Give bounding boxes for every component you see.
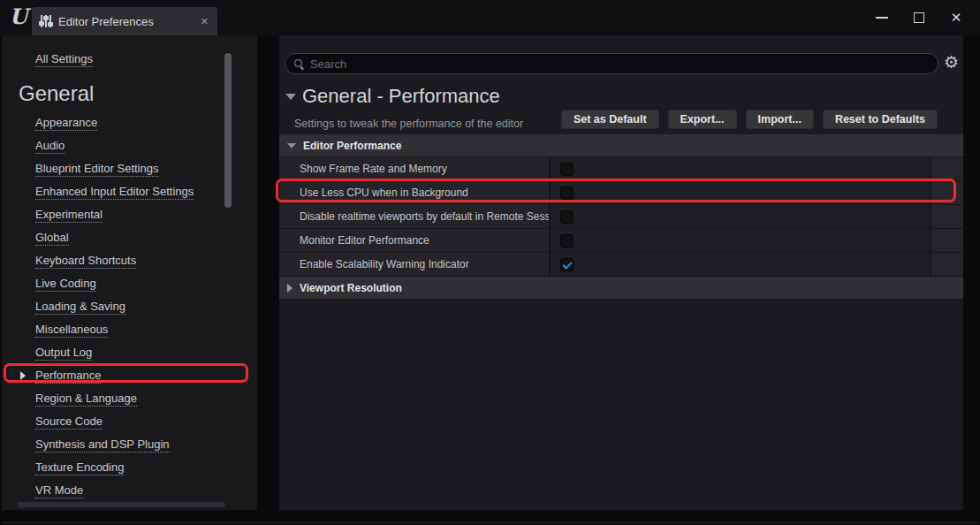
- sidebar-item-experimental[interactable]: Experimental: [2, 203, 234, 226]
- search-bar[interactable]: [285, 53, 938, 74]
- tab-label: Editor Preferences: [58, 15, 154, 28]
- setting-row-monitor-editor-performance: Monitor Editor Performance: [279, 229, 963, 253]
- sidebar-category-general: General: [19, 81, 94, 106]
- sidebar-item-live-coding[interactable]: Live Coding: [2, 272, 234, 295]
- sidebar-item-all-settings[interactable]: All Settings: [35, 52, 93, 67]
- tab-editor-preferences[interactable]: Editor Preferences: [32, 7, 217, 35]
- sidebar-item-region-language[interactable]: Region & Language: [2, 387, 234, 410]
- maximize-button[interactable]: [900, 0, 938, 35]
- search-input[interactable]: [310, 57, 929, 71]
- checkbox-use-less-cpu[interactable]: [560, 186, 574, 200]
- page-header: General - Performance: [285, 85, 500, 108]
- unreal-logo-icon: U: [6, 4, 31, 29]
- search-icon: [294, 59, 304, 69]
- sidebar-item-source-code[interactable]: Source Code: [2, 410, 234, 433]
- sidebar-horizontal-scrollbar[interactable]: [18, 502, 225, 507]
- reset-to-defaults-button[interactable]: Reset to Defaults: [823, 110, 938, 129]
- minimize-icon: [876, 17, 888, 19]
- toolbar: Set as Default Export... Import... Reset…: [561, 110, 938, 129]
- sliders-icon: [41, 15, 51, 27]
- sidebar-item-list: Appearance Audio Blueprint Editor Settin…: [2, 111, 234, 502]
- sidebar-item-audio[interactable]: Audio: [2, 134, 234, 157]
- close-button[interactable]: [938, 0, 975, 35]
- sidebar-item-blueprint-editor-settings[interactable]: Blueprint Editor Settings: [2, 157, 234, 180]
- page-title: General - Performance: [302, 85, 500, 108]
- setting-row-enable-scalability-warning: Enable Scalability Warning Indicator: [279, 253, 963, 277]
- sidebar-item-miscellaneous[interactable]: Miscellaneous: [2, 318, 234, 341]
- settings-gear-icon[interactable]: ⚙: [944, 51, 959, 74]
- setting-row-disable-realtime-viewports: Disable realtime viewports by default in…: [279, 205, 963, 229]
- sidebar-item-keyboard-shortcuts[interactable]: Keyboard Shortcuts: [2, 249, 234, 272]
- sidebar-item-performance[interactable]: Performance: [2, 364, 234, 387]
- page-subtitle: Settings to tweak the performance of the…: [294, 118, 523, 130]
- close-icon: [951, 10, 962, 26]
- settings-main-panel: ⚙ General - Performance Settings to twea…: [279, 35, 963, 510]
- checkbox-show-frame-rate[interactable]: [560, 163, 574, 176]
- page-collapse-icon[interactable]: [285, 94, 296, 100]
- sidebar-item-appearance[interactable]: Appearance: [2, 111, 234, 134]
- checkbox-enable-scalability-warning[interactable]: [560, 258, 574, 271]
- setting-row-use-less-cpu: Use Less CPU when in Background: [279, 181, 963, 205]
- section-expanded-icon: [287, 143, 296, 148]
- section-header-editor-performance[interactable]: Editor Performance: [279, 134, 963, 157]
- export-button[interactable]: Export...: [668, 110, 737, 129]
- sidebar-vertical-scrollbar[interactable]: [224, 53, 232, 208]
- setting-row-show-frame-rate: Show Frame Rate and Memory: [279, 157, 963, 181]
- sidebar-item-loading-saving[interactable]: Loading & Saving: [2, 295, 234, 318]
- settings-table: Editor Performance Show Frame Rate and M…: [279, 134, 963, 300]
- sidebar-item-enhanced-input-editor-settings[interactable]: Enhanced Input Editor Settings: [2, 180, 234, 203]
- title-bar: U Editor Preferences: [0, 0, 980, 35]
- minimize-button[interactable]: [863, 0, 900, 35]
- selected-item-arrow-icon: [20, 371, 26, 380]
- checkbox-disable-realtime-viewports[interactable]: [560, 210, 574, 224]
- sidebar-item-vr-mode[interactable]: VR Mode: [2, 479, 234, 502]
- section-header-viewport-resolution[interactable]: Viewport Resolution: [279, 277, 963, 300]
- sidebar-item-synthesis-dsp-plugin[interactable]: Synthesis and DSP Plugin: [2, 433, 234, 456]
- settings-sidebar: All Settings General Appearance Audio Bl…: [2, 35, 257, 510]
- import-button[interactable]: Import...: [746, 110, 814, 129]
- section-collapsed-icon: [287, 284, 292, 293]
- window-bottom-border: [2, 522, 978, 523]
- editor-preferences-window: U Editor Preferences All Settings Genera…: [0, 0, 980, 525]
- checkbox-monitor-editor-performance[interactable]: [560, 234, 574, 247]
- window-controls: [863, 0, 975, 35]
- sidebar-item-global[interactable]: Global: [2, 226, 234, 249]
- set-as-default-button[interactable]: Set as Default: [561, 110, 659, 129]
- tab-close-icon[interactable]: [201, 16, 209, 27]
- sidebar-item-output-log[interactable]: Output Log: [2, 341, 234, 364]
- sidebar-item-texture-encoding[interactable]: Texture Encoding: [2, 456, 234, 479]
- maximize-icon: [914, 12, 924, 23]
